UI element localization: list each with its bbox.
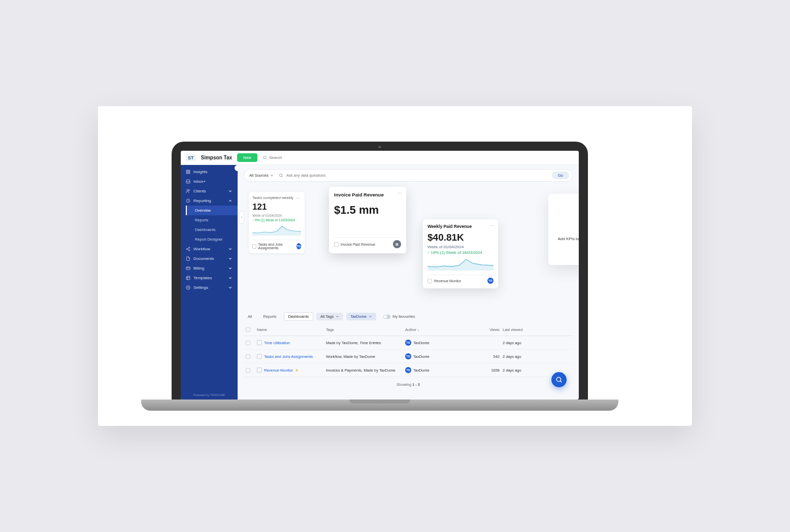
col-views[interactable]: Views (459, 327, 500, 332)
kpi-value: 121 (252, 202, 301, 212)
query-input[interactable] (286, 173, 549, 178)
inbox-icon (186, 179, 190, 184)
nav-settings[interactable]: Settings (181, 283, 238, 292)
nav-workflow[interactable]: Workflow (181, 244, 238, 254)
row-checkbox[interactable] (246, 368, 250, 373)
nav-clients[interactable]: Clients (181, 186, 238, 196)
dashboard-link[interactable]: Tasks and Jobs Assignments (257, 354, 323, 359)
kpi-delta: ↑ 18% (1) Week of 18/03/2024 (427, 250, 493, 255)
top-bar: ST Simpson Tax New (181, 151, 579, 165)
table-header: Name Tags Author ↓ Views Last viewed (244, 324, 573, 336)
more-icon[interactable]: ⋯ (397, 190, 403, 196)
dashboard-icon (334, 242, 339, 247)
row-checkbox[interactable] (246, 354, 250, 359)
table-row: Tasks and Jobs Assignments Workflow, Mad… (244, 350, 573, 363)
chevron-down-icon (228, 285, 233, 290)
dashboard-link[interactable]: Revenue Monitor ★ (257, 368, 323, 373)
search-icon (279, 173, 283, 178)
fab-search[interactable] (551, 372, 567, 387)
kpi-weekly-revenue-card[interactable]: ⋯ Weekly Paid Revenue $40.81K Week of 01… (423, 219, 498, 288)
sidebar: Insights Inbox+ Clients Reporting Over (181, 165, 238, 400)
dashboard-icon (252, 244, 256, 249)
kpi-week: Week of 01/04/2024 (252, 214, 301, 217)
kpi-invoice-card[interactable]: ⋯ Invoice Paid Revenue $1.5 mm Invoice P… (329, 187, 406, 253)
card-icon (186, 266, 190, 271)
svg-point-6 (187, 189, 188, 191)
dashboard-icon (427, 279, 432, 283)
author-cell: TDTaxDome (405, 340, 456, 346)
go-button[interactable]: Go (552, 172, 569, 179)
kpi-title: Invoice Paid Revenue (334, 192, 401, 197)
nav-reports[interactable]: Reports (186, 215, 238, 225)
favourites-toggle[interactable]: My favourites (383, 314, 415, 319)
svg-rect-16 (186, 276, 190, 280)
chevron-down-icon (336, 315, 339, 318)
nav-templates[interactable]: Templates (181, 273, 238, 283)
filter-tab-all[interactable]: All (244, 313, 256, 320)
author-cell: TDTaxDome (405, 367, 456, 373)
tags-cell: Workflow, Made by TaxDome (326, 354, 402, 359)
svg-point-9 (189, 247, 190, 248)
toggle-switch[interactable] (383, 315, 390, 319)
more-icon[interactable]: ⋯ (295, 195, 301, 201)
avatar: TD (297, 243, 301, 249)
svg-point-10 (186, 248, 187, 249)
kpi-collapse-handle[interactable] (239, 211, 244, 223)
filter-taxdome[interactable]: TaxDome (346, 313, 376, 320)
svg-line-23 (560, 381, 562, 382)
global-search[interactable] (262, 155, 574, 160)
svg-rect-5 (188, 172, 190, 174)
col-name[interactable]: Name (257, 327, 323, 332)
search-icon (555, 376, 563, 383)
kpi-tasks-card[interactable]: ⋯ Tasks completed weekly 121 Week of 01/… (249, 192, 305, 253)
svg-point-0 (264, 156, 266, 159)
filter-tab-reports[interactable]: Reports (259, 313, 280, 320)
logo-badge: ST (186, 154, 196, 161)
views-cell: 1658 (459, 368, 500, 373)
svg-point-19 (187, 287, 188, 288)
nav-inbox[interactable]: Inbox+ (181, 177, 238, 186)
nav-reporting[interactable]: Reporting (181, 196, 238, 206)
col-tags[interactable]: Tags (326, 327, 402, 332)
nav-report-designer[interactable]: Report Designer (186, 235, 238, 244)
kpi-value: $40.81K (427, 232, 493, 243)
select-all-checkbox[interactable] (246, 327, 250, 332)
svg-rect-14 (186, 267, 190, 270)
more-icon[interactable]: ⋯ (489, 223, 495, 228)
source-selector[interactable]: All Sources (247, 172, 276, 179)
sparkline-chart (427, 257, 493, 271)
new-button[interactable]: New (237, 153, 257, 162)
avatar: TD (487, 278, 493, 284)
kpi-footer: Revenue Monitor TD (427, 275, 493, 284)
kpi-row: ⋯ Tasks completed weekly 121 Week of 01/… (238, 189, 579, 253)
chevron-down-icon (228, 189, 233, 193)
svg-point-22 (556, 377, 561, 381)
nav-insights[interactable]: Insights (181, 167, 238, 177)
kpi-footer: Invoice Paid Revenue B (334, 237, 401, 248)
gear-icon (186, 285, 190, 290)
col-last-viewed[interactable]: Last viewed (503, 327, 538, 332)
users-icon (186, 189, 190, 193)
clock-icon (186, 198, 190, 203)
row-checkbox[interactable] (246, 341, 250, 345)
dashboard-icon (257, 340, 262, 345)
nav-documents[interactable]: Documents (181, 254, 238, 263)
app-title: Simpson Tax (201, 155, 233, 160)
filter-tab-dashboards[interactable]: Dashboards (284, 312, 313, 321)
sort-down-icon: ↓ (417, 328, 419, 331)
dashboard-link[interactable]: Time Utilization (257, 340, 323, 345)
nav-overview[interactable]: Overview (186, 206, 238, 215)
svg-line-12 (187, 248, 189, 249)
kpi-delta: ↑ 0% (1) Week of 11/03/2024 (252, 218, 301, 222)
filter-tags[interactable]: All Tags (316, 313, 343, 320)
chevron-down-icon (228, 266, 233, 271)
query-bar: All Sources Go (244, 169, 573, 182)
kpi-add-card[interactable]: + Add KPIs to your watchlist (548, 194, 579, 265)
nav-billing[interactable]: Billing (181, 263, 238, 273)
nav-dashboards[interactable]: Dashboards (186, 225, 238, 235)
avatar: TD (405, 367, 411, 373)
chevron-down-icon (228, 276, 233, 280)
svg-line-1 (266, 158, 267, 159)
search-input[interactable] (269, 155, 574, 160)
col-author[interactable]: Author ↓ (405, 327, 456, 332)
